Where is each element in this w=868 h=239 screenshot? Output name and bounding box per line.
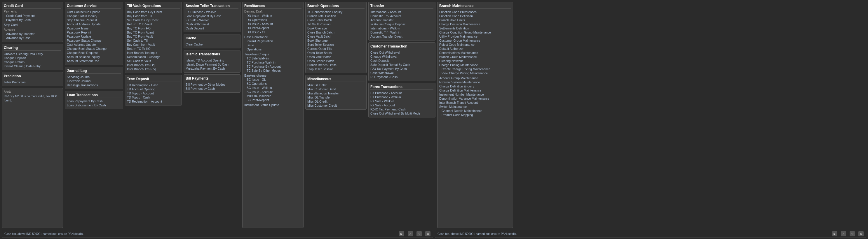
menu-item[interactable]: TD Redemption - Cash	[127, 83, 180, 87]
menu-item[interactable]: Cust Contact No Update	[67, 10, 121, 14]
menu-item[interactable]: Inter Branch Txn Req	[127, 67, 180, 71]
menu-item[interactable]: Miscellaneous Transfer	[307, 91, 365, 95]
menu-item[interactable]: Sell Cash to Vault	[127, 59, 180, 63]
menu-item[interactable]: Passbook Update	[67, 34, 121, 38]
menu-item[interactable]: Cash Deposit	[186, 26, 239, 30]
menu-item[interactable]: Passbook Status Change	[67, 38, 121, 42]
menu-item[interactable]: Travellers Cheque	[244, 52, 302, 56]
menu-item[interactable]: Charge Pricing Maintenance	[439, 63, 511, 67]
menu-item[interactable]: Account Balance Inquiry	[67, 55, 121, 59]
menu-item[interactable]: Cheque Book Request	[67, 51, 121, 55]
menu-item[interactable]: Clearing Network	[439, 59, 511, 63]
menu-item[interactable]: RD Payment - Cash	[370, 75, 433, 79]
menu-item[interactable]: Stop Teller Session	[307, 67, 365, 71]
menu-item[interactable]: TD Redemption - Account	[127, 99, 180, 103]
menu-item[interactable]: BC Operations	[244, 81, 302, 86]
menu-item[interactable]: DD Print-Reprint	[244, 26, 302, 30]
menu-item[interactable]: Cheque Book Status Change	[67, 47, 121, 51]
menu-item[interactable]: Bill Payment by Other Modes	[186, 82, 239, 87]
menu-item[interactable]: DD Issue - GL	[244, 30, 302, 34]
menu-item[interactable]: FX Purchase - Walk-in	[370, 95, 433, 99]
menu-item[interactable]: Create Charge Pricing Maintenance	[439, 67, 511, 71]
menu-item[interactable]: Function Code Definition	[439, 14, 511, 18]
menu-item[interactable]: Branch Total Position	[307, 14, 365, 18]
menu-item[interactable]: Current Open Tills	[307, 47, 365, 51]
menu-item[interactable]: Start Teller Session	[307, 42, 365, 47]
menu-item[interactable]: Buy TC From Agent	[127, 30, 180, 34]
menu-item[interactable]: TD Account Opening	[127, 87, 180, 91]
menu-item[interactable]: Passbook Issue	[67, 26, 121, 30]
menu-item[interactable]: Default Authorizer	[439, 47, 511, 51]
menu-item[interactable]: Bankers cheque	[244, 73, 302, 77]
menu-item[interactable]: Cheque Withdrawal	[370, 55, 433, 59]
menu-item[interactable]: FX Purchase - Walk-in	[186, 10, 239, 14]
menu-item[interactable]: Switch Maintenance	[439, 105, 511, 109]
menu-item[interactable]: Buy Cash from Ccy Chest	[127, 10, 180, 14]
menu-item[interactable]: Electronic Journal	[67, 79, 121, 83]
menu-item[interactable]: International - Account	[370, 10, 433, 14]
menu-item[interactable]: Issue	[244, 43, 302, 47]
menu-item[interactable]: Domestic Trf - Account	[370, 14, 433, 18]
menu-item[interactable]: Misc GL Credit	[307, 99, 365, 103]
menu-item[interactable]: FZ4C Tax Payment- Cash	[370, 107, 433, 111]
menu-item[interactable]: Sell Cash to Ccy Chest	[127, 18, 180, 22]
menu-item[interactable]: Cash Remittance	[244, 35, 302, 39]
menu-item[interactable]: DD Operations	[244, 18, 302, 22]
menu-item[interactable]: Channel Details Maintainance	[439, 109, 511, 113]
menu-item[interactable]: Inward Registration	[244, 39, 302, 43]
icon-right-2[interactable]: ⌂	[841, 231, 846, 236]
menu-item[interactable]: Loan Disbursement By Cash	[67, 103, 121, 107]
menu-item[interactable]: Account Transfer Direct	[370, 34, 433, 38]
menu-item[interactable]: In House Cheque Deposit	[370, 22, 433, 26]
menu-item[interactable]: Close Out Withdrawal	[370, 50, 433, 55]
menu-item[interactable]: Cheque Return	[4, 60, 61, 64]
menu-item[interactable]: BC Issue - Walk-in	[244, 86, 302, 90]
menu-item[interactable]: Reassign Transactions	[67, 83, 121, 87]
menu-item[interactable]: Loan Repayment By Cash	[186, 14, 239, 18]
menu-item[interactable]: FX Sale - Walk-in	[370, 99, 433, 103]
menu-item[interactable]: Charge Definition Maintenance	[439, 88, 511, 92]
menu-item[interactable]: Passbook Reprint	[67, 30, 121, 34]
menu-item[interactable]: Loan Repayment By Cash	[67, 99, 121, 103]
menu-item[interactable]: TC Purchase By Account	[244, 64, 302, 68]
menu-item[interactable]: TC Denomination Enquiry	[307, 10, 365, 14]
menu-item[interactable]: Denominations Maintenance	[439, 51, 511, 55]
menu-item[interactable]: Operations	[244, 47, 302, 51]
menu-item[interactable]: Instrument Status Update	[244, 103, 302, 107]
menu-item[interactable]: TD Topup - Cash	[127, 95, 180, 99]
menu-item[interactable]: Branch Breach Limits	[307, 63, 365, 67]
menu-item[interactable]: FZ3 Tax Payment By Cash	[370, 67, 433, 71]
menu-item[interactable]: Safe Deposit Rental By Cash	[370, 63, 433, 67]
menu-item[interactable]: Misc GL Debit	[307, 83, 365, 87]
icon-left-4[interactable]: ⚙	[425, 231, 431, 236]
menu-item[interactable]: Account Statement Req	[67, 59, 121, 63]
menu-item[interactable]: Buy TC From Vault	[127, 34, 180, 38]
icon-left-2[interactable]: ⌂	[408, 231, 413, 236]
menu-item[interactable]: BC Issue - GL	[244, 77, 302, 81]
menu-item[interactable]: Cash Withdrawal	[370, 71, 433, 75]
menu-item[interactable]: Misc GL Transfer	[307, 95, 365, 99]
menu-item[interactable]: Product Code Mapping	[439, 113, 511, 117]
menu-item[interactable]: Account Group Maintenance	[439, 76, 511, 80]
menu-item[interactable]: Account Transfer	[370, 18, 433, 22]
menu-item[interactable]: Cheque Status Inquiry	[67, 14, 121, 18]
menu-item[interactable]: Cash Deposit	[370, 59, 433, 63]
icon-left-1[interactable]: ▶	[399, 231, 404, 236]
menu-item[interactable]: Servicing Journal	[67, 75, 121, 79]
menu-item[interactable]: Branch Group Maintenance	[439, 55, 511, 59]
menu-item[interactable]: Islamic TD Account Opening	[186, 58, 239, 62]
menu-item[interactable]: Reject Code Maintenance	[439, 42, 511, 47]
menu-item[interactable]: DD Issue - Account	[244, 22, 302, 26]
menu-item[interactable]: Islamic Down Payment By Cash	[186, 62, 239, 66]
menu-item[interactable]: Account Address Update	[67, 22, 121, 26]
menu-item[interactable]: Buy Cash from Till	[127, 14, 180, 18]
menu-item[interactable]: TC Sale Walk-in	[244, 56, 302, 60]
menu-item[interactable]: Open Teller Batch	[307, 51, 365, 55]
menu-item[interactable]: Return TC to Vault	[127, 22, 180, 26]
menu-item[interactable]: BC Issue - Account	[244, 90, 302, 94]
menu-item[interactable]: International - Walk-in	[370, 26, 433, 30]
menu-item[interactable]: Murabaha Payment By Cash	[186, 66, 239, 71]
menu-item[interactable]: Charge Decision Maintenance	[439, 22, 511, 26]
menu-item[interactable]: Advance By Cash	[4, 36, 61, 40]
menu-item[interactable]: Bill Payment by Cash	[186, 87, 239, 91]
